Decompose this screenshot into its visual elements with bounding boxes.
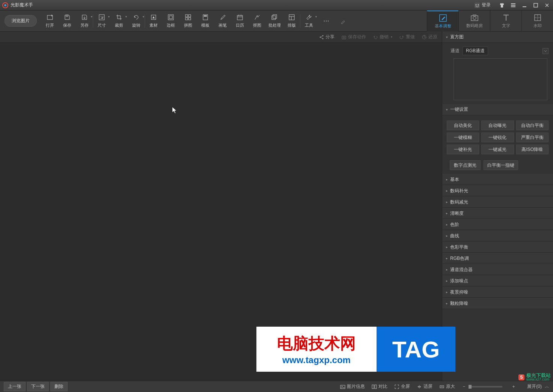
restore-button[interactable]: 还原 (422, 34, 437, 40)
btn-auto-exposure[interactable]: 自动曝光 (481, 121, 514, 130)
maximize-icon[interactable] (532, 2, 539, 9)
triangle-right-icon: ▸ (446, 245, 448, 249)
minimize-icon[interactable] (521, 2, 528, 9)
section-onekey[interactable]: ▾一键设置 (442, 104, 553, 115)
chevron-down-icon: ▾ (391, 35, 392, 39)
btn-auto-whitebalance[interactable]: 自动白平衡 (516, 121, 548, 130)
tool-eyedropper[interactable] (335, 11, 352, 31)
zoom-in-button[interactable]: ＋ (511, 383, 516, 390)
svg-rect-41 (372, 385, 374, 389)
tool-tools[interactable]: 工具▾ (300, 11, 318, 31)
section-add-noise[interactable]: ▸添加噪点 (442, 275, 553, 286)
section-digital-fill[interactable]: ▸数码补光 (442, 185, 553, 196)
image-info-button[interactable]: 图片信息 (340, 383, 365, 390)
btn-spot-meter[interactable]: 数字点测光 (450, 160, 481, 170)
zoom-thumb[interactable] (469, 385, 472, 389)
tool-save[interactable]: 保存 (59, 11, 76, 31)
tool-saveas[interactable]: 另存▾ (76, 11, 93, 31)
tool-collage[interactable]: 拼图 (179, 11, 197, 31)
fitscreen-button[interactable]: 适屏 (417, 383, 432, 390)
save-action-button[interactable]: 保存动作 (341, 34, 366, 40)
titlebar: 光影魔术手 登录 (0, 0, 553, 11)
tab-darkroom[interactable]: 数码暗房 (458, 11, 490, 32)
tab-watermark[interactable]: 水印 (521, 11, 553, 32)
channel-select[interactable]: RGB通道 (463, 47, 488, 55)
section-rgb-tone[interactable]: ▸RGB色调 (442, 253, 553, 264)
tool-brush[interactable]: 画笔 (214, 11, 231, 31)
svg-point-3 (476, 4, 477, 5)
triangle-right-icon: ▸ (446, 223, 448, 226)
section-histogram[interactable]: ▾直方图 (442, 32, 553, 43)
watermark-tagxp: 电脑技术网 www.tagxp.com (256, 327, 377, 372)
batch-icon (271, 14, 278, 21)
tool-border[interactable]: 边框 (162, 11, 179, 31)
zoom-out-button[interactable]: － (462, 383, 466, 390)
svg-rect-16 (185, 15, 188, 17)
menu-icon[interactable] (509, 2, 517, 9)
section-curves[interactable]: ▸曲线 (442, 230, 553, 241)
compare-button[interactable]: 对比 (372, 383, 387, 390)
skin-icon[interactable] (498, 2, 506, 9)
info-icon (340, 384, 345, 389)
tool-crop[interactable]: 裁剪▾ (110, 11, 128, 31)
svg-rect-11 (66, 15, 68, 17)
triangle-down-icon: ▾ (446, 108, 448, 112)
tool-rotate[interactable]: 旋转▾ (128, 11, 145, 31)
btn-auto-beautify[interactable]: 自动美化 (447, 121, 479, 130)
login-label: 登录 (482, 2, 491, 8)
tool-layout[interactable]: 排版 (283, 11, 300, 31)
triangle-right-icon: ▸ (446, 279, 448, 283)
btn-onekey-reducelight[interactable]: 一键减光 (481, 145, 514, 154)
redo-button[interactable]: 重做 (399, 34, 415, 40)
tab-basic-adjust[interactable]: 基本调整 (427, 11, 458, 32)
fullscreen-icon (394, 384, 399, 389)
section-grain-denoise[interactable]: ▸颗粒降噪 (442, 298, 553, 309)
svg-rect-15 (169, 16, 172, 19)
wrench-icon (305, 14, 313, 21)
tool-open[interactable]: 打开 (41, 11, 59, 31)
channel-dropdown-icon[interactable] (542, 48, 548, 54)
tool-cutout[interactable]: 抠图 (249, 11, 266, 31)
tool-calendar[interactable]: 日历 (231, 11, 249, 31)
material-icon (150, 14, 157, 21)
tool-material[interactable]: 素材 (145, 11, 162, 31)
section-clarity[interactable]: ▸清晰度 (442, 208, 553, 219)
section-basic[interactable]: ▸基本 (442, 174, 553, 185)
section-color-balance[interactable]: ▸色彩平衡 (442, 241, 553, 253)
section-digital-reduce[interactable]: ▸数码减光 (442, 196, 553, 208)
main-toolbar: 浏览图片 打开 保存 另存▾ 尺寸▾ 裁剪▾ 旋转▾ 素材 边框 拼图 模板 画… (0, 11, 553, 32)
btn-wb-onekey[interactable]: 白平衡一指键 (484, 160, 518, 170)
next-button[interactable]: 下一张 (27, 382, 49, 391)
eyedropper-icon (340, 17, 347, 25)
zoom-slider[interactable] (469, 386, 502, 387)
watermark-xz7: 5 极光下载站 www.xz7.com (518, 373, 551, 381)
section-levels[interactable]: ▸色阶 (442, 219, 553, 230)
tool-template[interactable]: 模板 (197, 11, 214, 31)
original-size-button[interactable]: 原大 (439, 383, 455, 390)
share-button[interactable]: 分享 (319, 34, 335, 40)
brush-icon (219, 14, 226, 21)
expand-button[interactable]: 展开(0)︿ (527, 383, 549, 390)
svg-text:5: 5 (520, 375, 523, 380)
btn-severe-whitebalance[interactable]: 严重白平衡 (516, 133, 548, 142)
fullscreen-button[interactable]: 全屏 (394, 383, 410, 390)
login-button[interactable]: 登录 (474, 2, 491, 8)
delete-button[interactable]: 删除 (50, 382, 68, 391)
tab-text[interactable]: 文字 (490, 11, 521, 32)
svg-rect-17 (188, 15, 191, 17)
browse-button[interactable]: 浏览图片 (5, 15, 37, 27)
section-channel-mixer[interactable]: ▸通道混合器 (442, 264, 553, 275)
btn-onekey-filllight[interactable]: 一键补光 (447, 145, 479, 154)
btn-high-iso-denoise[interactable]: 高ISO降噪 (516, 145, 548, 154)
prev-button[interactable]: 上一张 (4, 382, 26, 391)
tool-more[interactable]: ⋯ (318, 11, 335, 31)
svg-point-29 (473, 17, 476, 20)
close-icon[interactable] (543, 2, 551, 9)
undo-button[interactable]: 撤销▾ (373, 34, 392, 40)
btn-onekey-sharpen[interactable]: 一键锐化 (481, 133, 514, 142)
tool-batch[interactable]: 批处理 (266, 11, 283, 31)
svg-point-37 (343, 37, 345, 38)
tool-size[interactable]: 尺寸▾ (93, 11, 110, 31)
btn-onekey-blur[interactable]: 一键模糊 (447, 133, 479, 142)
section-night-denoise[interactable]: ▸夜景抑噪 (442, 286, 553, 298)
